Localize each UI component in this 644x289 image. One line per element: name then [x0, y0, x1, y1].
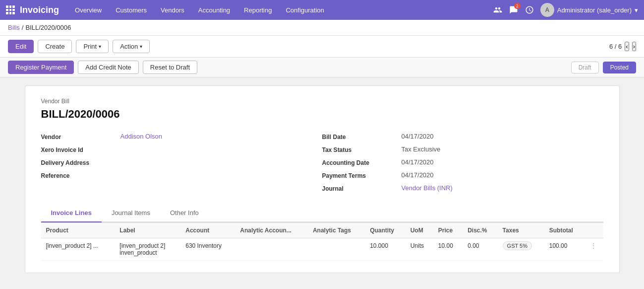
col-header-product: Product — [41, 223, 115, 238]
add-credit-note-button[interactable]: Add Credit Note — [78, 61, 139, 74]
breadcrumb-separator: / — [22, 24, 24, 31]
cell-label-line2: inven_product — [119, 249, 176, 256]
clock-icon[interactable] — [525, 5, 534, 15]
payment-terms-label: Payment Terms — [322, 171, 402, 179]
app-brand[interactable]: Invoicing — [6, 5, 59, 15]
menu-reporting[interactable]: Reporting — [238, 3, 278, 17]
xero-label: Xero Invoice Id — [41, 145, 120, 153]
tab-journal-items[interactable]: Journal Items — [102, 204, 160, 222]
prev-page-button[interactable]: ‹ — [625, 42, 629, 51]
invoice-lines-table: Product Label Account Analytic Accoun...… — [41, 222, 603, 261]
gst-badge: GST 5% — [503, 241, 532, 250]
menu-vendors[interactable]: Vendors — [155, 3, 190, 17]
field-journal: Journal Vendor Bills (INR) — [322, 184, 603, 192]
col-header-disc: Disc.% — [463, 223, 497, 238]
reference-label: Reference — [41, 171, 120, 179]
col-header-quantity: Quantity — [365, 223, 405, 238]
col-header-analytic-account: Analytic Accoun... — [235, 223, 308, 238]
action-button[interactable]: Action ▾ — [113, 40, 150, 53]
menu-accounting[interactable]: Accounting — [192, 3, 236, 17]
field-bill-date: Bill Date 04/17/2020 — [322, 133, 603, 141]
tab-invoice-lines[interactable]: Invoice Lines — [41, 204, 102, 222]
edit-button[interactable]: Edit — [8, 40, 34, 53]
user-label: Administrator (sale_order) — [557, 6, 632, 14]
col-header-price: Price — [433, 223, 463, 238]
field-payment-terms: Payment Terms 04/17/2020 — [322, 171, 603, 179]
print-caret: ▾ — [99, 44, 101, 49]
status-draft[interactable]: Draft — [571, 62, 599, 73]
col-header-uom: UoM — [406, 223, 433, 238]
cell-analytic-tags — [308, 238, 365, 261]
tax-status-label: Tax Status — [322, 145, 402, 153]
cell-uom: Units — [406, 238, 433, 261]
people-icon[interactable] — [493, 5, 503, 15]
next-page-button[interactable]: › — [632, 42, 636, 51]
vendor-value[interactable]: Addison Olson — [120, 133, 163, 140]
cell-account: 630 Inventory — [180, 238, 235, 261]
field-tax-status: Tax Status Tax Exclusive — [322, 145, 603, 153]
col-header-account: Account — [180, 223, 235, 238]
field-xero: Xero Invoice Id — [41, 145, 322, 153]
navbar-right: 2 A Administrator (sale_order) ▾ — [493, 3, 638, 17]
vendor-label: Vendor — [41, 133, 120, 141]
fields-right: Bill Date 04/17/2020 Tax Status Tax Excl… — [322, 133, 603, 192]
app-name: Invoicing — [20, 5, 59, 15]
action-caret: ▾ — [140, 44, 142, 49]
table-row[interactable]: [inven_product 2] ... [inven_product 2] … — [41, 238, 603, 261]
delivery-label: Delivery Address — [41, 158, 120, 166]
cell-taxes: GST 5% — [498, 238, 544, 261]
cell-row-actions[interactable]: ⋮ — [584, 238, 603, 261]
status-posted[interactable]: Posted — [603, 62, 636, 73]
bill-date-label: Bill Date — [322, 133, 402, 141]
cell-label-line1: [inven_product 2] — [119, 242, 176, 249]
user-caret: ▾ — [635, 6, 638, 14]
print-button[interactable]: Print ▾ — [76, 40, 109, 53]
payment-terms-value: 04/17/2020 — [402, 171, 434, 179]
cell-product: [inven_product 2] ... — [41, 238, 115, 261]
cell-disc: 0.00 — [463, 238, 497, 261]
register-payment-button[interactable]: Register Payment — [8, 61, 74, 74]
col-header-actions — [584, 223, 603, 238]
reset-to-draft-button[interactable]: Reset to Draft — [143, 61, 197, 74]
status-area: Draft Posted — [571, 62, 636, 73]
main-menu: Overview Customers Vendors Accounting Re… — [69, 3, 493, 17]
col-header-label: Label — [115, 223, 180, 238]
toolbar: Edit Create Print ▾ Action ▾ 6 / 6 ‹ › — [0, 36, 644, 58]
field-delivery: Delivery Address — [41, 158, 322, 166]
field-accounting-date: Accounting Date 04/17/2020 — [322, 158, 603, 166]
cell-quantity: 10.000 — [365, 238, 405, 261]
breadcrumb-current: BILL/2020/0006 — [25, 24, 71, 31]
page-info: 6 / 6 — [609, 43, 622, 50]
tab-other-info[interactable]: Other Info — [160, 204, 209, 222]
messages-icon[interactable]: 2 — [509, 5, 519, 15]
main-content: Vendor Bill BILL/2020/0006 Vendor Addiso… — [0, 77, 644, 281]
field-vendor: Vendor Addison Olson — [41, 133, 322, 141]
menu-configuration[interactable]: Configuration — [280, 3, 330, 17]
breadcrumb: Bills / BILL/2020/0006 — [0, 20, 644, 36]
action-bar: Register Payment Add Credit Note Reset t… — [0, 58, 644, 77]
fields-grid: Vendor Addison Olson Xero Invoice Id Del… — [41, 133, 603, 192]
message-badge: 2 — [514, 3, 521, 9]
menu-customers[interactable]: Customers — [110, 3, 153, 17]
breadcrumb-parent[interactable]: Bills — [8, 24, 20, 31]
fields-left: Vendor Addison Olson Xero Invoice Id Del… — [41, 133, 322, 192]
navbar: Invoicing Overview Customers Vendors Acc… — [0, 0, 644, 20]
document-card: Vendor Bill BILL/2020/0006 Vendor Addiso… — [25, 85, 620, 273]
tax-status-value: Tax Exclusive — [402, 145, 441, 153]
field-reference: Reference — [41, 171, 322, 179]
user-menu[interactable]: A Administrator (sale_order) ▾ — [540, 3, 638, 17]
col-header-taxes: Taxes — [498, 223, 544, 238]
cell-analytic-account — [235, 238, 308, 261]
doc-title: BILL/2020/0006 — [41, 108, 603, 121]
journal-label: Journal — [322, 184, 402, 192]
cell-subtotal: 100.00 — [544, 238, 585, 261]
menu-overview[interactable]: Overview — [69, 3, 108, 17]
cell-label: [inven_product 2] inven_product — [115, 238, 180, 261]
col-header-analytic-tags: Analytic Tags — [308, 223, 365, 238]
doc-type: Vendor Bill — [41, 98, 603, 105]
bill-date-value: 04/17/2020 — [402, 133, 434, 140]
accounting-date-value: 04/17/2020 — [402, 158, 434, 166]
journal-value[interactable]: Vendor Bills (INR) — [402, 184, 453, 192]
tabs: Invoice Lines Journal Items Other Info — [41, 204, 603, 222]
create-button[interactable]: Create — [38, 40, 72, 53]
